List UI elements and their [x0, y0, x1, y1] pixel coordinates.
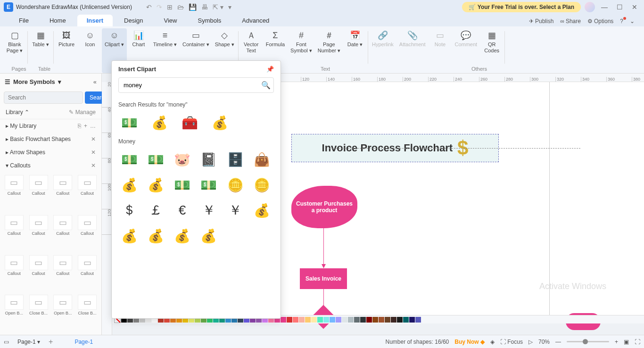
clipart-item[interactable]: ＄ — [118, 199, 140, 221]
color-swatch[interactable] — [415, 317, 421, 323]
color-swatch[interactable] — [287, 317, 292, 323]
clipart-item[interactable]: 💰 — [198, 225, 220, 247]
page-tab[interactable]: Page-1 ▾ — [13, 337, 45, 347]
library-label[interactable]: Library ⌃ — [6, 109, 29, 116]
clipart-item[interactable]: 🗄️ — [224, 149, 246, 170]
collapse-panel-icon[interactable]: « — [93, 78, 97, 85]
callout-shape[interactable]: ▭Callout — [76, 175, 99, 213]
color-swatch[interactable] — [348, 317, 354, 323]
clipart-item[interactable]: 💵 — [145, 149, 166, 170]
color-swatch[interactable] — [403, 317, 409, 323]
canvas-page-tab[interactable]: Page-1 — [70, 337, 98, 347]
symbol-search-input[interactable] — [4, 91, 83, 104]
clipart-search-input[interactable] — [122, 79, 261, 91]
manage-button[interactable]: ✎ Manage — [69, 109, 96, 116]
add-page-button[interactable]: + — [49, 338, 53, 346]
color-swatch[interactable] — [330, 317, 335, 323]
zoom-in-button[interactable]: + — [615, 339, 618, 345]
ribbon-blank-page[interactable]: ▢BlankPage ▾ — [3, 28, 26, 73]
color-swatch[interactable] — [323, 317, 329, 323]
fit-page-icon[interactable]: ▣ — [624, 339, 629, 345]
menu-home[interactable]: Home — [40, 15, 75, 26]
library-section-callouts[interactable]: ▾ Callouts✕ — [0, 159, 101, 172]
color-swatch[interactable] — [281, 317, 286, 323]
focus-button[interactable]: ⛶ Focus — [500, 339, 523, 345]
color-swatch[interactable] — [354, 317, 360, 323]
clipart-item[interactable]: ￥ — [224, 199, 246, 221]
callout-shape[interactable]: ▭Callout — [3, 175, 25, 213]
callout-shape[interactable]: ▭Callout — [27, 175, 50, 213]
menu-file[interactable]: File — [9, 15, 38, 26]
undo-icon[interactable]: ↶ — [146, 3, 152, 11]
callout-shape[interactable]: ▭Callout — [27, 255, 50, 293]
color-swatch[interactable] — [372, 317, 378, 323]
menu-view[interactable]: View — [155, 15, 187, 26]
clipart-result[interactable]: 💰 — [209, 112, 231, 133]
color-swatch[interactable] — [409, 317, 415, 323]
zoom-out-button[interactable]: — — [555, 339, 561, 345]
redo-icon[interactable]: ↷ — [157, 3, 162, 11]
open-icon[interactable]: 🗁 — [177, 3, 184, 11]
share-button[interactable]: ∞ Share — [560, 18, 581, 25]
clipart-result[interactable]: 💰 — [149, 112, 170, 133]
save-icon[interactable]: 💾 — [189, 3, 197, 11]
callout-shape[interactable]: ▭Callout — [52, 255, 74, 293]
process-node[interactable]: Sales Invoice — [300, 268, 347, 289]
color-swatch[interactable] — [299, 317, 305, 323]
fullscreen-icon[interactable]: ⛶ — [635, 339, 640, 345]
ribbon-font-symbol[interactable]: #FontSymbol ▾ — [288, 28, 315, 73]
search-icon[interactable]: 🔍 — [261, 81, 271, 90]
zoom-level[interactable]: 70% — [538, 339, 550, 345]
clipart-item[interactable]: 👜 — [251, 149, 273, 170]
callout-shape[interactable]: ▭Callout — [76, 215, 99, 253]
color-swatch[interactable] — [385, 317, 390, 323]
start-node[interactable]: Customer Purchases a product — [291, 186, 357, 228]
help-icon[interactable]: ? — [620, 18, 623, 25]
callout-shape[interactable]: ▭Callout — [27, 215, 50, 253]
library-section-my-library[interactable]: ▸ My Library⎘+… — [0, 119, 101, 133]
clipart-item[interactable]: 💰 — [118, 174, 140, 196]
pages-icon[interactable]: ▭ — [4, 339, 9, 345]
clipart-item[interactable]: 💰 — [145, 225, 166, 247]
more-icon[interactable]: ▾ — [228, 3, 231, 11]
maximize-button[interactable]: ☐ — [614, 3, 625, 11]
menu-insert[interactable]: Insert — [77, 15, 113, 26]
color-swatch[interactable] — [293, 317, 298, 323]
trial-banner[interactable]: 🛒 Your Free Trial is over. Select a Plan — [462, 2, 581, 12]
color-swatch[interactable] — [317, 317, 323, 323]
color-swatch[interactable] — [305, 317, 311, 323]
callout-shape[interactable]: ▭Callout — [52, 215, 74, 253]
callout-shape[interactable]: ▭Callout — [76, 255, 99, 293]
clipart-item[interactable]: 💰 — [251, 199, 273, 221]
print-icon[interactable]: 🖶 — [201, 3, 208, 11]
clipart-item[interactable]: € — [172, 199, 193, 221]
color-swatch[interactable] — [342, 317, 347, 323]
clipart-item[interactable]: 🐷 — [172, 149, 193, 170]
callout-shape[interactable]: ▭Close B... — [27, 295, 50, 333]
callout-shape[interactable]: ▭Callout — [3, 255, 25, 293]
clipart-item[interactable]: 💵 — [198, 174, 220, 196]
more-symbols-label[interactable]: More Symbols — [13, 78, 55, 85]
menu-design[interactable]: Design — [115, 15, 152, 26]
color-swatch[interactable] — [360, 317, 366, 323]
user-avatar[interactable] — [585, 2, 595, 12]
buy-now-button[interactable]: Buy Now ◆ — [454, 339, 485, 345]
close-button[interactable]: ✕ — [629, 3, 640, 11]
publish-button[interactable]: ✈ Publish — [529, 18, 553, 25]
ribbon-date[interactable]: 📅Date ▾ — [343, 28, 367, 73]
export-icon[interactable]: ⇱ ▾ — [213, 3, 223, 11]
callout-shape[interactable]: ▭Open B... — [3, 295, 25, 333]
library-section-basic-flowchart-shapes[interactable]: ▸ Basic Flowchart Shapes✕ — [0, 133, 101, 146]
clipart-item[interactable]: 💰 — [172, 225, 193, 247]
clipart-item[interactable]: 💰 — [145, 174, 166, 196]
options-button[interactable]: ⚙ Options — [587, 18, 613, 25]
clipart-result[interactable]: 💵 — [118, 112, 140, 133]
clipart-result[interactable]: 🧰 — [179, 112, 200, 133]
pin-icon[interactable]: 📌 — [266, 66, 274, 73]
clipart-item[interactable]: 💵 — [172, 174, 193, 196]
ribbon-picture[interactable]: 🖼Picture — [55, 28, 78, 73]
clipart-item[interactable]: ￡ — [145, 199, 166, 221]
zoom-slider[interactable] — [567, 341, 609, 342]
color-swatch[interactable] — [336, 317, 341, 323]
ribbon-page-number[interactable]: ＃PageNumber ▾ — [315, 28, 343, 73]
